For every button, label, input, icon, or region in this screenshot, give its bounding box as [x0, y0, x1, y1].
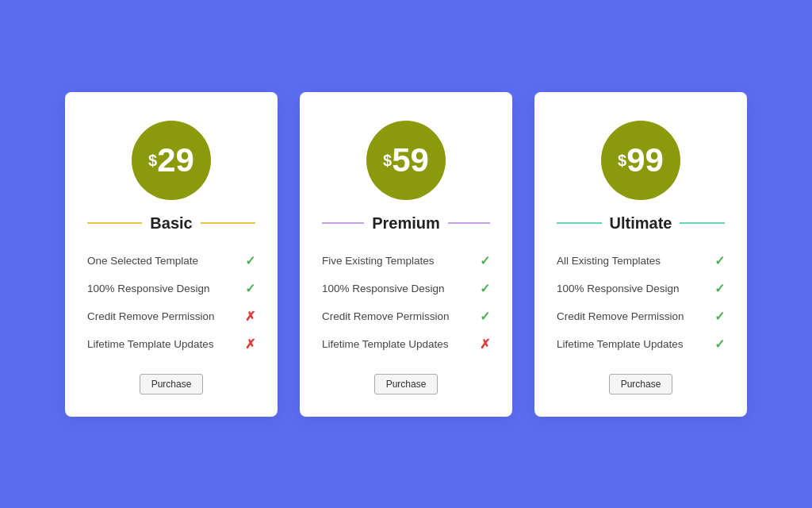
price-amount-basic: 29 — [157, 144, 194, 177]
plan-name-container-ultimate: Ultimate — [557, 214, 725, 233]
check-icon: ✓ — [714, 281, 725, 296]
feature-item: 100% Responsive Design✓ — [557, 275, 725, 302]
feature-item: All Existing Templates✓ — [557, 247, 725, 275]
feature-text: 100% Responsive Design — [87, 283, 210, 294]
check-icon: ✓ — [714, 253, 725, 268]
price-circle-ultimate: $99 — [601, 121, 680, 200]
pricing-card-ultimate: $99UltimateAll Existing Templates✓100% R… — [534, 92, 747, 417]
feature-text: Lifetime Template Updates — [87, 338, 214, 350]
price-circle-basic: $29 — [132, 121, 211, 200]
feature-text: Lifetime Template Updates — [322, 338, 449, 350]
currency-symbol-premium: $ — [383, 152, 392, 170]
check-icon: ✓ — [245, 281, 255, 296]
feature-item: 100% Responsive Design✓ — [322, 275, 490, 302]
feature-item: Lifetime Template Updates✗ — [322, 330, 490, 358]
currency-symbol-basic: $ — [148, 152, 157, 170]
feature-text: One Selected Template — [87, 255, 198, 267]
feature-item: Lifetime Template Updates✓ — [557, 330, 725, 358]
feature-text: 100% Responsive Design — [322, 283, 445, 294]
feature-text: Five Existing Templates — [322, 255, 435, 267]
feature-item: Credit Remove Permission✓ — [557, 302, 725, 330]
purchase-button-premium[interactable]: Purchase — [374, 374, 439, 394]
feature-text: Credit Remove Permission — [87, 310, 215, 322]
plan-name-container-premium: Premium — [322, 214, 490, 233]
plan-name-basic: Basic — [142, 214, 200, 233]
plan-name-ultimate: Ultimate — [602, 214, 680, 233]
pricing-card-premium: $59PremiumFive Existing Templates✓100% R… — [300, 92, 512, 417]
feature-item: One Selected Template✓ — [87, 247, 255, 275]
plan-name-container-basic: Basic — [87, 214, 255, 233]
feature-text: Lifetime Template Updates — [557, 338, 684, 350]
check-icon: ✓ — [714, 309, 725, 324]
feature-text: 100% Responsive Design — [557, 283, 680, 294]
feature-text: Credit Remove Permission — [557, 310, 684, 322]
purchase-button-basic[interactable]: Purchase — [140, 374, 204, 394]
check-icon: ✓ — [480, 309, 490, 324]
currency-symbol-ultimate: $ — [618, 152, 626, 170]
plan-name-premium: Premium — [364, 214, 448, 233]
features-list-basic: One Selected Template✓100% Responsive De… — [87, 247, 255, 358]
cross-icon: ✗ — [480, 337, 490, 352]
features-list-ultimate: All Existing Templates✓100% Responsive D… — [557, 247, 725, 358]
check-icon: ✓ — [480, 253, 490, 268]
check-icon: ✓ — [245, 253, 255, 268]
check-icon: ✓ — [480, 281, 490, 296]
feature-text: Credit Remove Permission — [322, 310, 450, 322]
feature-text: All Existing Templates — [557, 255, 661, 267]
purchase-button-ultimate[interactable]: Purchase — [609, 374, 673, 394]
pricing-card-basic: $29BasicOne Selected Template✓100% Respo… — [65, 92, 278, 417]
price-amount-premium: 59 — [392, 144, 429, 177]
feature-item: Credit Remove Permission✗ — [87, 302, 255, 330]
feature-item: Lifetime Template Updates✗ — [87, 330, 255, 358]
cross-icon: ✗ — [245, 309, 255, 324]
price-circle-premium: $59 — [366, 121, 446, 200]
feature-item: 100% Responsive Design✓ — [87, 275, 255, 302]
price-amount-ultimate: 99 — [626, 144, 664, 177]
feature-item: Five Existing Templates✓ — [322, 247, 490, 275]
feature-item: Credit Remove Permission✓ — [322, 302, 490, 330]
pricing-container: $29BasicOne Selected Template✓100% Respo… — [65, 92, 747, 417]
check-icon: ✓ — [714, 337, 725, 352]
features-list-premium: Five Existing Templates✓100% Responsive … — [322, 247, 490, 358]
cross-icon: ✗ — [245, 337, 255, 352]
